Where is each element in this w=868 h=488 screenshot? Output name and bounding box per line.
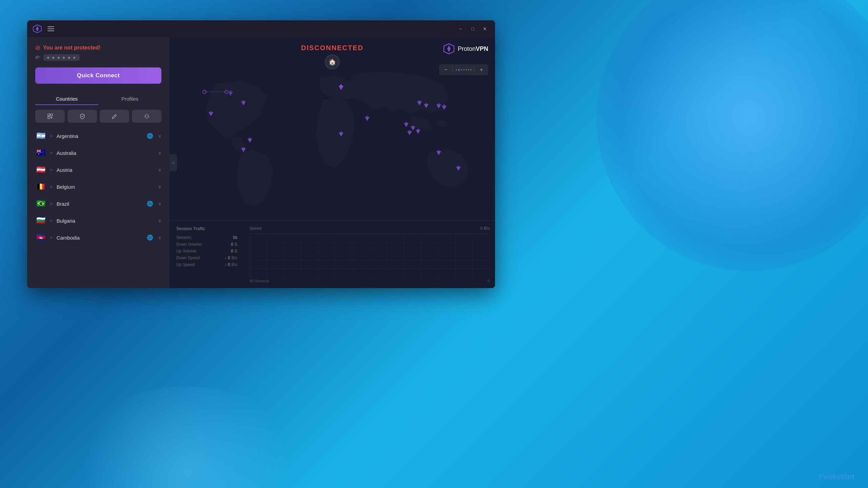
chart-time-label: 60 Seconds — [250, 279, 269, 283]
stat-down-speed: Down Speed: ↓ 0 B/s — [176, 256, 237, 260]
country-item-cambodia[interactable]: 🇰🇭 » Cambodia 🌐 ∨ — [31, 229, 165, 246]
session-label: Session: — [176, 235, 192, 240]
country-name-belgium: Belgium — [57, 184, 155, 190]
flag-austria: 🇦🇹 — [35, 165, 46, 174]
chart-grid-svg — [250, 233, 490, 278]
main-window: − □ ✕ ⊘ You are not protected! IP: ● ● ●… — [27, 20, 495, 288]
vpn-marker-sa2 — [241, 148, 246, 152]
tab-countries[interactable]: Countries — [35, 93, 98, 105]
brand-name: ProtonVPN — [458, 45, 488, 53]
svg-marker-2 — [36, 28, 39, 32]
maximize-button[interactable]: □ — [468, 24, 477, 34]
stats-area: Session Traffic Session: 0s Down Volume:… — [170, 220, 495, 288]
vpn-marker-ea2 — [424, 104, 429, 108]
filter-all-button[interactable] — [35, 110, 65, 123]
filter-shield-button[interactable] — [67, 110, 97, 123]
expand-austria: ∨ — [158, 167, 161, 172]
session-value: 0s — [233, 235, 237, 240]
collapse-sidebar-button[interactable]: ‹ — [170, 154, 177, 171]
country-name-brazil: Brazil — [57, 201, 143, 207]
proton-brand: ProtonVPN — [443, 43, 488, 55]
titlebar-left — [33, 24, 54, 34]
up-arrow-icon: ↑ — [224, 262, 226, 267]
chevron-cambodia: » — [50, 235, 53, 240]
up-speed-label: Up Speed: — [176, 262, 196, 267]
proton-shield-icon — [443, 43, 455, 55]
connection-line — [201, 88, 235, 99]
protection-text: You are not protected! — [43, 45, 101, 51]
stat-session: Session: 0s — [176, 235, 237, 240]
country-name-bulgaria: Bulgaria — [57, 218, 155, 224]
sidebar-header: ⊘ You are not protected! IP: ● ● ● ● ● ●… — [27, 37, 170, 89]
chevron-bulgaria: » — [50, 218, 53, 223]
disconnected-label: DISCONNECTED — [301, 44, 363, 52]
chevron-austria: » — [50, 167, 53, 172]
flag-australia: 🇦🇺 — [35, 148, 46, 157]
country-item-belgium[interactable]: 🇧🇪 » Belgium ∨ — [31, 178, 165, 195]
stat-up-speed: Up Speed: ↑ 0 B/s — [176, 262, 237, 267]
country-item-argentina[interactable]: 🇦🇷 » Argentina 🌐 ∨ — [31, 127, 165, 144]
filter-speed-button[interactable] — [132, 110, 161, 123]
down-volume-value: 0 B — [231, 242, 237, 247]
warning-icon: ⊘ — [35, 44, 40, 52]
vpn-marker-nz — [456, 167, 461, 171]
stats-title: Session Traffic — [176, 226, 237, 231]
svg-rect-5 — [48, 117, 50, 119]
country-item-australia[interactable]: 🇦🇺 » Australia ∨ — [31, 144, 165, 161]
vpn-marker-eu14 — [339, 86, 343, 90]
ip-row: IP: ● ● ● ● ● ● — [35, 54, 161, 61]
stat-down-volume: Down Volume: 0 B — [176, 242, 237, 247]
session-traffic: Session Traffic Session: 0s Down Volume:… — [170, 221, 244, 288]
stat-up-volume: Up Volume: 0 B — [176, 249, 237, 253]
svg-rect-12 — [250, 233, 490, 278]
flag-brazil: 🇧🇷 — [35, 199, 46, 208]
down-arrow-icon: ↓ — [224, 256, 226, 260]
vpn-marker-use — [241, 101, 246, 105]
globe-icon-argentina: 🌐 — [147, 133, 153, 139]
expand-australia: ∨ — [158, 150, 161, 156]
chart-area — [250, 233, 490, 278]
sidebar: ⊘ You are not protected! IP: ● ● ● ● ● ●… — [27, 37, 170, 288]
chart-header: Speed 0 B/s — [250, 226, 490, 231]
close-button[interactable]: ✕ — [480, 24, 490, 34]
proton-logo-icon — [33, 24, 42, 34]
globe-icon-cambodia: 🌐 — [147, 235, 153, 241]
protection-status: ⊘ You are not protected! — [35, 44, 161, 52]
country-item-brazil[interactable]: 🇧🇷 » Brazil 🌐 ∨ — [31, 195, 165, 212]
chevron-argentina: » — [50, 134, 53, 138]
minimize-button[interactable]: − — [456, 24, 465, 34]
svg-rect-3 — [48, 114, 50, 116]
vpn-marker-sea2 — [411, 126, 415, 130]
flag-cambodia: 🇰🇭 — [35, 233, 46, 242]
vpn-marker-usw — [209, 112, 213, 116]
filter-edit-button[interactable] — [100, 110, 129, 123]
speed-chart: Speed 0 B/s — [244, 221, 495, 288]
ip-value: ● ● ● ● ● ● — [43, 54, 80, 61]
country-name-argentina: Argentina — [57, 133, 143, 139]
filter-row — [27, 105, 170, 127]
expand-brazil: ∨ — [158, 201, 161, 206]
country-name-australia: Australia — [57, 150, 155, 156]
quick-connect-button[interactable]: Quick Connect — [35, 67, 161, 84]
menu-button[interactable] — [47, 26, 54, 31]
ip-label: IP: — [35, 55, 41, 60]
chart-top-value: 0 B/s — [480, 226, 490, 231]
country-name-cambodia: Cambodia — [57, 235, 143, 241]
country-name-austria: Austria — [57, 167, 155, 173]
up-volume-label: Up Volume: — [176, 249, 197, 253]
vpn-marker-ea1 — [417, 101, 422, 105]
vpn-marker-me — [365, 117, 370, 121]
content-area: ⊘ You are not protected! IP: ● ● ● ● ● ●… — [27, 37, 495, 288]
chart-bottom-value: 0 — [488, 279, 490, 283]
expand-bulgaria: ∨ — [158, 218, 161, 223]
flag-argentina: 🇦🇷 — [35, 131, 46, 140]
speed-label: Speed — [250, 226, 261, 231]
vpn-marker-sea3 — [407, 131, 412, 135]
country-item-bulgaria[interactable]: 🇧🇬 » Bulgaria ∨ — [31, 212, 165, 229]
country-item-austria[interactable]: 🇦🇹 » Austria ∨ — [31, 161, 165, 178]
map-area: ‹ DISCONNECTED 🏠 ProtonVPN − — [170, 37, 495, 288]
tab-profiles[interactable]: Profiles — [98, 93, 161, 105]
up-speed-value: ↑ 0 B/s — [224, 262, 237, 267]
expand-belgium: ∨ — [158, 184, 161, 189]
vpn-marker-sea4 — [416, 130, 420, 134]
